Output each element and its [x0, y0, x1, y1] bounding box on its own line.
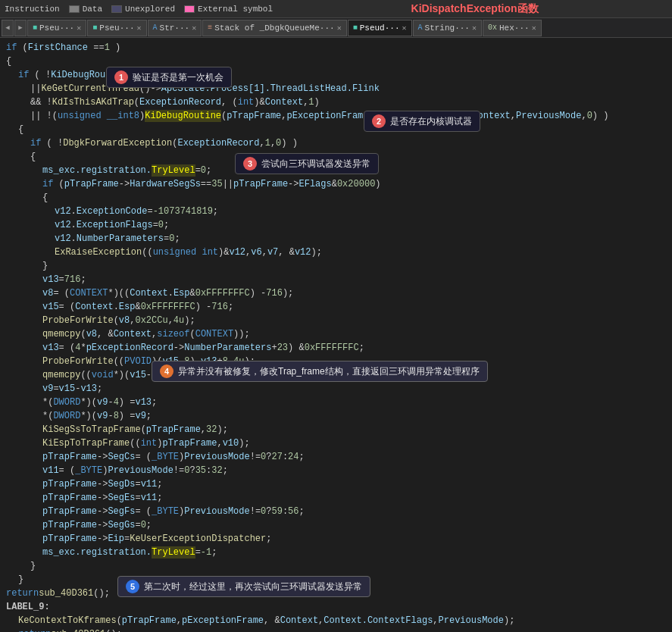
- code-line-1: if ( FirstChance == 1 ): [0, 41, 672, 55]
- tab-label-hex: Hex···: [499, 23, 530, 33]
- string-icon: A: [418, 23, 423, 32]
- code-line-17: }: [0, 259, 672, 273]
- code-line-37: pTrapFrame -> Eip = KeUserExceptionDispa…: [0, 532, 672, 546]
- annotation-1: 1 验证是否是第一次机会: [106, 67, 232, 88]
- code-line-3: if ( ! KiDebugRoutine: [0, 68, 672, 82]
- code-line-29: KiSegSsToTrapFrame ( pTrapFrame , 32 );: [0, 423, 672, 436]
- annotation-4: 4 异常并没有被修复，修改Trap_frame结构，直接返回三环调用异常处理程序: [152, 361, 488, 382]
- code-line-16: ExRaiseException (( unsigned int )& v12 …: [0, 246, 672, 259]
- hex-icon: 0x: [488, 23, 497, 32]
- annotation-2: 2 是否存在内核调试器: [364, 111, 480, 132]
- annotation-5: 5 第二次时，经过这里，再次尝试向三环调试器发送异常: [117, 576, 370, 597]
- legend-external: External symbol: [184, 5, 273, 14]
- tab-label-2: Pseu···: [99, 23, 134, 33]
- pseudo-icon-1: ■: [33, 23, 37, 32]
- tab-row: ◀ ▶ ■ Pseu··· ✕ ■ Pseu··· ✕ A Str··· ✕ ≡…: [0, 18, 672, 38]
- code-line-35: pTrapFrame -> SegFs = ( _BYTE ) Previous…: [0, 505, 672, 518]
- annotation-text-2: 是否存在内核调试器: [390, 115, 472, 128]
- bubble-3: 3: [243, 157, 257, 171]
- tab-label-1: Pseu···: [39, 23, 74, 33]
- code-line-18: v13 = 716 ;: [0, 273, 672, 286]
- bubble-2: 2: [372, 114, 386, 128]
- unexplored-box: [111, 5, 122, 13]
- legend-data: Data: [69, 5, 102, 14]
- tab-label-3: Pseud···: [360, 23, 400, 33]
- code-line-27: *( DWORD *)( v9 - 4 ) = v13 ;: [0, 396, 672, 409]
- legend-unexplored: Unexplored: [111, 5, 175, 14]
- code-line-5: && ! KdIsThisAKdTrap ( ExceptionRecord ,…: [0, 95, 672, 109]
- bubble-5: 5: [126, 580, 139, 593]
- code-line-22: qmemcpy ( v8 , & Context , sizeof ( CONT…: [0, 327, 672, 341]
- code-line-4: || KeGetCurrentThread ()-> ApcState.Proc…: [0, 82, 672, 95]
- code-line-15: v12 . NumberParameters = 0 ;: [0, 232, 672, 246]
- code-line-33: pTrapFrame -> SegDs = v11 ;: [0, 477, 672, 491]
- pseudo-icon-3: ■: [353, 23, 358, 32]
- unexplored-label: Unexplored: [125, 5, 175, 14]
- code-line-42: KeContextToKframes ( pTrapFrame , pExcep…: [0, 614, 672, 627]
- annotation-3: 3 尝试向三环调试器发送异常: [235, 153, 379, 174]
- legend-instruction: Instruction: [5, 5, 60, 14]
- code-line-38: ms_exc.registration. TryLevel = -1 ;: [0, 546, 672, 559]
- data-box: [69, 5, 80, 13]
- app-container: Instruction Data Unexplored External sym…: [0, 0, 672, 632]
- window-title: KiDispatchException函数: [411, 2, 539, 16]
- code-line-32: v11 = ( _BYTE ) PreviousMode != 0 ? 35 :…: [0, 464, 672, 477]
- code-line-20: v15 = ( Context . Esp & 0xFFFFFFFC ) - 7…: [0, 300, 672, 314]
- scroll-right-btn[interactable]: ▶: [14, 20, 27, 36]
- code-line-2: {: [0, 55, 672, 68]
- code-line-21: ProbeForWrite ( v8 , 0x2CCu , 4u );: [0, 314, 672, 327]
- code-line-34: pTrapFrame -> SegEs = v11 ;: [0, 491, 672, 505]
- tab-label-string: String···: [425, 23, 470, 33]
- code-line-31: pTrapFrame -> SegCs = ( _BYTE ) Previous…: [0, 450, 672, 464]
- code-line-19: v8 = ( CONTEXT *)(( Context . Esp & 0xFF…: [0, 286, 672, 300]
- annotation-text-1: 验证是否是第一次机会: [133, 71, 223, 84]
- code-line-36: pTrapFrame -> SegGs = 0 ;: [0, 518, 672, 532]
- tab-pseudo-3[interactable]: ■ Pseud··· ✕: [348, 20, 412, 36]
- code-line-39: }: [0, 559, 672, 573]
- tab-close-str[interactable]: ✕: [192, 23, 196, 33]
- code-line-11: if ( pTrapFrame -> HardwareSegSs == 35 |…: [0, 177, 672, 191]
- tab-str[interactable]: A Str··· ✕: [148, 20, 202, 36]
- bubble-1: 1: [114, 70, 128, 84]
- code-line-43: return sub_40D361 ();: [0, 627, 672, 632]
- external-box: [184, 5, 195, 13]
- code-line-8: if ( ! DbgkForwardException ( ExceptionR…: [0, 136, 672, 150]
- annotation-text-3: 尝试向三环调试器发送异常: [261, 158, 370, 171]
- tab-stack[interactable]: ≡ Stack of _DbgkQueueMe··· ✕: [202, 20, 346, 36]
- code-line-28: *( DWORD *)( v9 - 8 ) = v9 ;: [0, 409, 672, 423]
- annotation-text-4: 异常并没有被修复，修改Trap_frame结构，直接返回三环调用异常处理程序: [178, 365, 480, 378]
- data-label: Data: [83, 5, 102, 14]
- tab-string[interactable]: A String··· ✕: [413, 20, 482, 36]
- tab-pseudo-1[interactable]: ■ Pseu··· ✕: [27, 20, 86, 36]
- tab-pseudo-2[interactable]: ■ Pseu··· ✕: [87, 20, 146, 36]
- code-line-12: {: [0, 191, 672, 205]
- tab-label-stack: Stack of _DbgkQueueMe···: [214, 23, 334, 33]
- pseudo-icon-2: ■: [92, 23, 97, 32]
- tab-close-1[interactable]: ✕: [77, 23, 81, 33]
- str-icon: A: [153, 23, 158, 32]
- external-label: External symbol: [198, 5, 273, 14]
- code-line-26: v9 = v15 - v13 ;: [0, 382, 672, 396]
- tab-close-2[interactable]: ✕: [137, 23, 142, 33]
- scroll-left-btn[interactable]: ◀: [2, 20, 14, 36]
- tab-close-3[interactable]: ✕: [402, 23, 407, 33]
- instruction-label: Instruction: [5, 5, 60, 14]
- annotation-text-5: 第二次时，经过这里，再次尝试向三环调试器发送异常: [144, 580, 362, 593]
- code-line-label: LABEL_9:: [0, 600, 672, 614]
- code-line-6: || !( unsigned __int8 ) KiDebugRoutine (…: [0, 109, 672, 123]
- code-area: if ( FirstChance == 1 ) { 1 验证是否是第一次机会 i…: [0, 38, 672, 632]
- code-line-13: v12 . ExceptionCode = -1073741819 ;: [0, 205, 672, 218]
- stack-icon: ≡: [208, 23, 212, 32]
- tab-hex[interactable]: 0x Hex··· ✕: [483, 20, 542, 36]
- code-line-23: v13 = ( 4 * pExceptionRecord -> NumberPa…: [0, 341, 672, 355]
- tab-close-string[interactable]: ✕: [472, 23, 477, 33]
- tab-close-hex[interactable]: ✕: [532, 23, 536, 33]
- code-line-14: v12 . ExceptionFlags = 0 ;: [0, 218, 672, 232]
- code-line-7: {: [0, 123, 672, 136]
- legend-bar: Instruction Data Unexplored External sym…: [0, 0, 672, 18]
- code-line-30: KiEspToTrapFrame (( int ) pTrapFrame , v…: [0, 436, 672, 450]
- tab-close-stack[interactable]: ✕: [337, 23, 342, 33]
- bubble-4: 4: [160, 364, 173, 378]
- tab-label-str: Str···: [160, 23, 190, 33]
